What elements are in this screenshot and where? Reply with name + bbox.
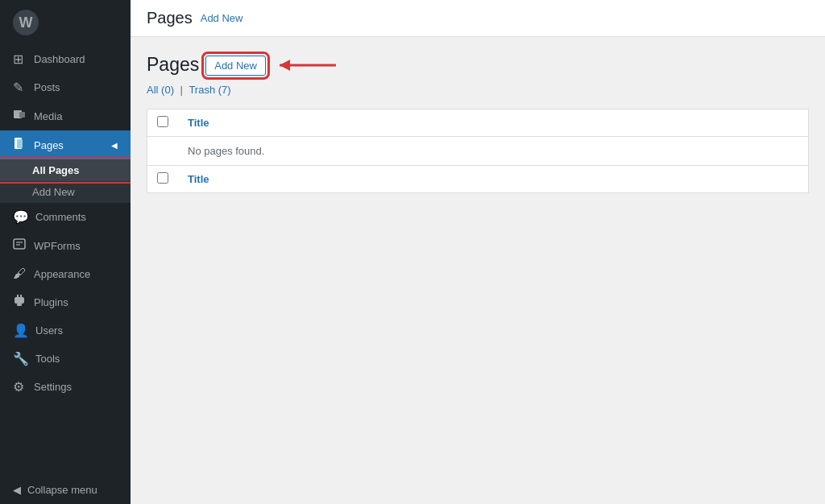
sidebar-item-label: Pages [34, 139, 64, 151]
sidebar-item-tools[interactable]: 🔧 Tools [0, 345, 131, 373]
svg-rect-10 [17, 304, 22, 306]
sidebar-item-comments[interactable]: 💬 Comments [0, 203, 131, 231]
sidebar-item-label: Plugins [34, 296, 68, 308]
all-pages-label: All Pages [32, 164, 80, 176]
sidebar-item-posts[interactable]: ✎ Posts [0, 73, 131, 101]
topbar: Pages Add New [131, 0, 825, 37]
collapse-menu-button[interactable]: ◀ Collapse menu [0, 476, 131, 504]
sidebar-item-users[interactable]: 👤 Users [0, 316, 131, 345]
filter-trash-link[interactable]: Trash (7) [189, 84, 230, 96]
sidebar-item-label: Comments [35, 211, 86, 223]
svg-rect-9 [15, 297, 24, 304]
table-footer-title[interactable]: Title [178, 166, 809, 193]
topbar-page-title: Pages [147, 9, 193, 27]
plugins-icon [13, 294, 27, 310]
filter-links: All (0) | Trash (7) [147, 84, 809, 96]
sidebar-item-label: Appearance [34, 268, 90, 280]
table-footer-checkbox-col [147, 166, 179, 193]
filter-all-link[interactable]: All (0) [147, 84, 177, 96]
sidebar-item-media[interactable]: Media [0, 101, 131, 130]
sidebar-item-pages[interactable]: Pages ◀ [0, 130, 131, 159]
filter-separator: | [180, 84, 183, 96]
pages-table: Title No pages found. Title [147, 109, 809, 193]
sidebar-item-label: Media [34, 110, 62, 122]
no-pages-message: No pages found. [178, 137, 809, 166]
sidebar-item-dashboard[interactable]: ⊞ Dashboard [0, 45, 131, 73]
topbar-add-new-link[interactable]: Add New [201, 12, 243, 24]
select-all-checkbox[interactable] [157, 116, 168, 127]
svg-rect-4 [14, 239, 25, 249]
main-content: Pages Add New Pages Add New All (0) | Tr… [131, 0, 825, 504]
sidebar-item-label: WPForms [34, 240, 81, 252]
svg-rect-3 [17, 139, 23, 148]
select-all-footer-checkbox[interactable] [157, 172, 168, 184]
posts-icon: ✎ [13, 80, 27, 95]
settings-icon: ⚙ [13, 379, 27, 395]
wpforms-icon [13, 238, 27, 254]
table-header-title[interactable]: Title [178, 109, 809, 137]
users-icon: 👤 [13, 323, 29, 338]
sidebar-item-label: Tools [35, 353, 60, 365]
pages-submenu: All Pages Add New [0, 159, 131, 203]
wp-logo-icon: W [13, 10, 39, 35]
add-new-label: Add New [32, 186, 75, 198]
content-area: Pages Add New All (0) | Trash (7) [131, 37, 825, 504]
no-pages-cb-cell [147, 137, 179, 166]
sidebar-item-label: Posts [34, 81, 60, 93]
media-icon [13, 108, 27, 124]
appearance-icon: 🖌 [13, 266, 27, 281]
pages-icon [13, 137, 27, 153]
sidebar-logo: W [0, 0, 131, 45]
collapse-icon: ◀ [13, 484, 21, 496]
sidebar-item-label: Dashboard [34, 53, 85, 65]
pages-arrow-icon: ◀ [111, 141, 118, 150]
comments-icon: 💬 [13, 209, 29, 225]
sidebar-submenu-all-pages[interactable]: All Pages [0, 159, 131, 181]
annotation-arrow [276, 53, 340, 77]
page-title: Pages [147, 53, 199, 77]
sidebar-item-plugins[interactable]: Plugins [0, 287, 131, 316]
page-heading: Pages Add New [147, 53, 809, 77]
tools-icon: 🔧 [13, 351, 29, 366]
svg-marker-12 [280, 60, 290, 71]
sidebar: W ⊞ Dashboard ✎ Posts Media Pages ◀ All … [0, 0, 131, 504]
add-new-button[interactable]: Add New [205, 56, 266, 76]
no-pages-row: No pages found. [147, 137, 809, 166]
sidebar-item-wpforms[interactable]: WPForms [0, 231, 131, 260]
dashboard-icon: ⊞ [13, 52, 27, 67]
sidebar-item-label: Users [35, 324, 63, 337]
collapse-label: Collapse menu [27, 484, 97, 496]
sidebar-item-settings[interactable]: ⚙ Settings [0, 373, 131, 401]
sidebar-item-appearance[interactable]: 🖌 Appearance [0, 260, 131, 287]
table-header-checkbox-col [147, 109, 179, 137]
sidebar-item-label: Settings [34, 381, 72, 393]
sidebar-submenu-add-new[interactable]: Add New [0, 181, 131, 203]
svg-rect-1 [19, 112, 25, 118]
